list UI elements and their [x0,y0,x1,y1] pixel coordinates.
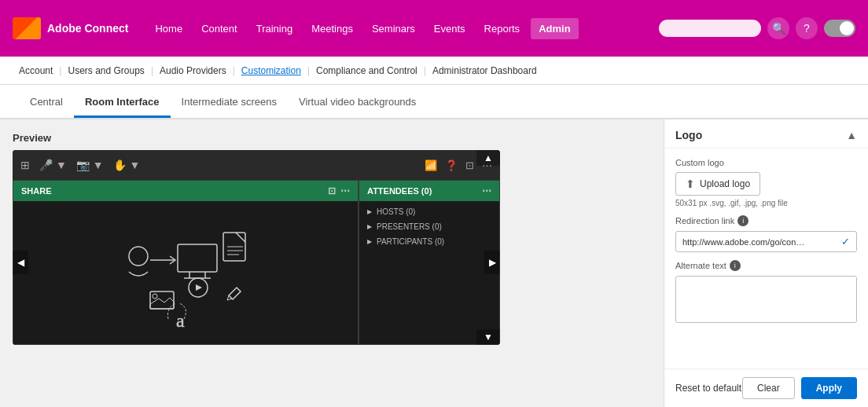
tab-central[interactable]: Central [19,88,74,118]
alternate-text-label: Alternate text i [675,260,857,271]
nav-home[interactable]: Home [147,18,190,39]
top-nav: Adobe Connect Home Content Training Meet… [0,0,868,57]
svg-point-11 [153,294,157,299]
share-panel: SHARE ⊡ ⋯ [13,180,359,345]
hand-icon[interactable]: ✋ ▼ [113,159,141,171]
search-icon-btn[interactable]: 🔍 [767,17,789,39]
nav-seminars[interactable]: Seminars [364,18,423,39]
right-panel: Logo ▲ Custom logo ⬆ Upload logo 50x31 p… [664,119,868,407]
tab-bar: Central Room Interface Intermediate scre… [0,85,868,119]
participants-label: PARTICIPANTS (0) [377,237,444,246]
alternate-text-field[interactable] [675,276,857,323]
camera-icon[interactable]: 📷 ▼ [76,159,104,171]
footer-btns: Clear Apply [742,377,857,399]
expand-icon: ⊡ [465,160,474,171]
nav-right: 🔍 ? [659,17,855,39]
preview-frame: ⊞ 🎤 ▼ 📷 ▼ ✋ ▼ 📶 ❓ ⊡ ⋯ ▲ SHARE [13,150,500,345]
attendees-more-icon: ⋯ [482,185,491,196]
presenters-item: PRESENTERS (0) [359,219,499,234]
hosts-label: HOSTS (0) [377,207,415,216]
share-icon-2: ⋯ [340,185,350,196]
subnav-admin-dashboard[interactable]: Administrator Dashboard [426,65,543,76]
right-panel-footer: Reset to default Clear Apply [664,368,868,407]
svg-point-0 [129,247,148,266]
participants-item: PARTICIPANTS (0) [359,234,499,249]
logo-area: Adobe Connect [13,17,128,39]
preview-panels: SHARE ⊡ ⋯ [13,180,500,345]
preview-label: Preview [13,132,651,144]
app-name: Adobe Connect [47,22,128,35]
redirection-link-field[interactable]: http://www.adobe.com/go/connect_produ...… [675,231,857,252]
hosts-item: HOSTS (0) [359,204,499,219]
file-hint: 50x31 px .svg, .gif, .jpg, .png file [675,199,857,207]
scroll-down-btn[interactable]: ▼ [476,329,500,345]
apply-btn[interactable]: Apply [801,377,857,399]
right-panel-header: Logo ▲ [664,119,868,148]
share-header-icons: ⊡ ⋯ [328,185,350,196]
attendees-panel: ATTENDEES (0) ⋯ HOSTS (0) PRESENTERS (0) [359,180,500,345]
custom-logo-label: Custom logo [675,158,857,167]
redirection-link-value: http://www.adobe.com/go/connect_produ... [682,237,808,247]
main-content: Preview ⊞ 🎤 ▼ 📷 ▼ ✋ ▼ 📶 ❓ ⊡ ⋯ ▲ [0,119,868,407]
upload-icon: ⬆ [686,178,695,190]
scroll-up-btn[interactable]: ▲ [476,150,500,166]
subnav-users-groups[interactable]: Users and Groups [61,65,150,76]
preview-toolbar: ⊞ 🎤 ▼ 📷 ▼ ✋ ▼ 📶 ❓ ⊡ ⋯ ▲ [13,150,500,180]
svg-text:a: a [176,310,185,331]
search-input[interactable] [659,20,761,37]
tab-intermediate[interactable]: Intermediate screens [171,88,288,118]
redirection-info-icon[interactable]: i [737,215,748,226]
attendees-icons: ⋯ [482,185,491,196]
share-illustration: a [107,209,264,335]
share-panel-header: SHARE ⊡ ⋯ [13,181,358,201]
nav-items: Home Content Training Meetings Seminars … [147,18,653,39]
nav-meetings[interactable]: Meetings [303,18,361,39]
signal-icon: 📶 [425,160,437,171]
clear-btn[interactable]: Clear [742,377,795,399]
share-label: SHARE [21,186,52,196]
question-icon: ❓ [445,160,458,171]
adobe-logo-icon [13,17,41,39]
help-icon-btn[interactable]: ? [796,17,818,39]
attendees-label: ATTENDEES (0) [367,186,432,196]
scroll-right-btn[interactable]: ▶ [484,251,500,274]
upload-logo-btn[interactable]: ⬆ Upload logo [675,172,760,196]
nav-reports[interactable]: Reports [476,18,528,39]
nav-events[interactable]: Events [426,18,473,39]
subnav-audio-providers[interactable]: Audio Providers [153,65,233,76]
right-panel-title: Logo [675,129,702,141]
nav-admin[interactable]: Admin [531,18,578,39]
share-content: a [13,201,358,343]
preview-area: Preview ⊞ 🎤 ▼ 📷 ▼ ✋ ▼ 📶 ❓ ⊡ ⋯ ▲ [0,119,664,407]
theme-toggle[interactable] [824,20,855,37]
reset-to-default-btn[interactable]: Reset to default [675,383,741,394]
collapse-btn[interactable]: ▲ [846,129,857,141]
redirection-link-label: Redirection link i [675,215,857,226]
presenters-label: PRESENTERS (0) [377,222,442,231]
subnav-compliance[interactable]: Compliance and Control [310,65,424,76]
layout-icon: ⊞ [20,159,30,171]
mic-icon[interactable]: 🎤 ▼ [39,159,67,171]
subnav-customization[interactable]: Customization [235,65,307,76]
tab-room-interface[interactable]: Room Interface [74,88,171,118]
alt-text-info-icon[interactable]: i [730,260,741,271]
share-icon-1: ⊡ [328,185,336,196]
sub-nav: Account | Users and Groups | Audio Provi… [0,57,868,85]
tab-virtual-bg[interactable]: Virtual video backgrounds [288,88,427,118]
attendee-list: HOSTS (0) PRESENTERS (0) PARTICIPANTS (0… [359,201,499,252]
upload-btn-label: Upload logo [700,178,750,189]
subnav-account[interactable]: Account [19,65,59,76]
attendees-panel-header: ATTENDEES (0) ⋯ [359,181,499,201]
check-icon: ✓ [841,236,850,248]
nav-training[interactable]: Training [248,18,300,39]
right-panel-body: Custom logo ⬆ Upload logo 50x31 px .svg,… [664,148,868,368]
nav-content[interactable]: Content [193,18,245,39]
scroll-left-btn[interactable]: ◀ [13,251,28,274]
svg-rect-1 [178,244,217,272]
